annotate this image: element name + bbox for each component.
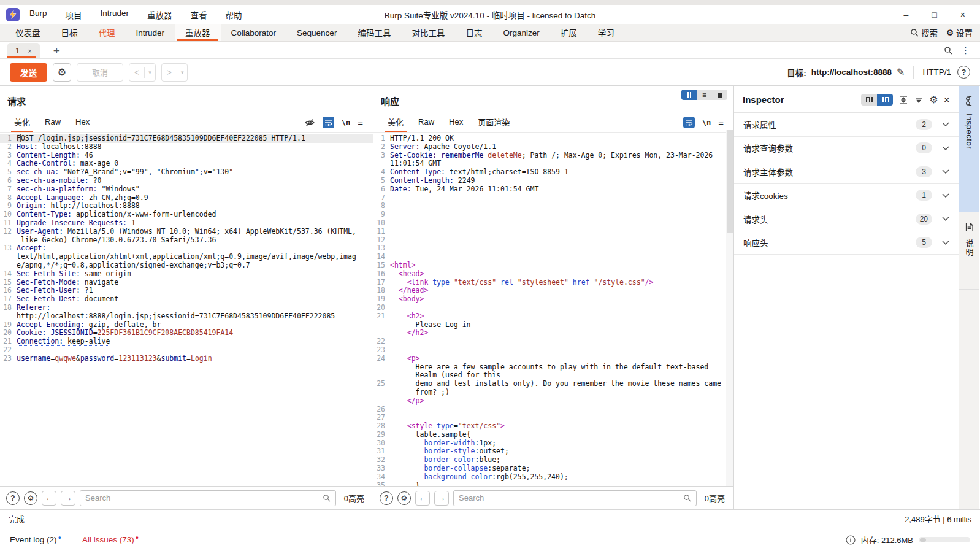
chevron-down-icon[interactable] [942, 217, 949, 221]
editor-line[interactable]: </h2> [373, 329, 733, 337]
editor-line[interactable]: 10 [373, 219, 733, 228]
inspector-section-请求查询参数[interactable]: 请求查询参数0 [734, 137, 959, 161]
history-back-button[interactable]: <▾ [129, 63, 156, 82]
editor-line[interactable]: 17Sec-Fetch-Dest: document [0, 295, 373, 304]
all-issues-link[interactable]: All issues (73)● [82, 535, 139, 544]
inspector-section-请求头[interactable]: 请求头20 [734, 207, 959, 231]
editor-line[interactable]: 12User-Agent: Mozilla/5.0 (Windows NT 10… [0, 228, 373, 236]
editor-line[interactable]: 16Sec-Fetch-User: ?1 [0, 287, 373, 295]
main-tab-对比工具[interactable]: 对比工具 [401, 24, 455, 41]
layout-columns-button[interactable] [681, 90, 697, 100]
editor-line[interactable]: Here are a few sample accounts to play w… [373, 363, 733, 372]
editor-line[interactable]: 15<html> [373, 261, 733, 270]
send-button[interactable]: 发送 [10, 63, 47, 82]
side-tab-inspector[interactable]: Inspector [959, 86, 979, 212]
search-next-button[interactable]: → [61, 491, 75, 506]
editor-line[interactable]: 9Origin: http://localhost:8888 [0, 202, 373, 210]
main-tab-日志[interactable]: 日志 [455, 24, 492, 41]
response-tab-美化[interactable]: 美化 [381, 113, 410, 132]
cancel-button[interactable]: 取消 [77, 63, 123, 82]
inspector-section-请求主体参数[interactable]: 请求主体参数3 [734, 160, 959, 184]
editor-line[interactable]: 1POST /login.jsp;jsessionid=731C7E68D458… [0, 134, 373, 143]
editor-line[interactable]: 6Date: Tue, 24 Mar 2026 11:01:54 GMT [373, 185, 733, 194]
editor-line[interactable]: like Gecko) Chrome/130.0.6723.70 Safari/… [0, 236, 373, 245]
editor-line[interactable]: 3Set-Cookie: rememberMe=deleteMe; Path=/… [373, 152, 733, 160]
search-settings-icon[interactable]: ⚙ [24, 491, 37, 505]
editor-line[interactable]: 30 border-width:1px; [373, 439, 733, 448]
menu-项目[interactable]: 项目 [66, 9, 82, 21]
editor-line[interactable]: </p> [373, 397, 733, 406]
editor-line[interactable]: 14Sec-Fetch-Site: same-origin [0, 270, 373, 279]
editor-line[interactable]: 4Cache-Control: max-age=0 [0, 160, 373, 168]
editor-line[interactable]: 22 [0, 346, 373, 355]
editor-line[interactable]: 24 <p> [373, 355, 733, 363]
editor-line[interactable]: 25 demo and test installs only). Do you … [373, 380, 733, 388]
menu-重放器[interactable]: 重放器 [147, 9, 172, 21]
response-tab-页面渲染[interactable]: 页面渲染 [471, 113, 516, 132]
request-editor[interactable]: 1POST /login.jsp;jsessionid=731C7E68D458… [0, 132, 373, 486]
editor-menu-icon[interactable]: ≡ [718, 117, 724, 128]
editor-line[interactable]: 21 <h2> [373, 312, 733, 321]
response-tab-Hex[interactable]: Hex [442, 114, 470, 131]
search-settings-icon[interactable]: ⚙ [397, 491, 411, 505]
edit-target-icon[interactable]: ✎ [897, 66, 905, 78]
inspector-section-请求属性[interactable]: 请求属性2 [734, 113, 959, 137]
editor-line[interactable]: 19 <body> [373, 295, 733, 304]
scrollbar-thumb[interactable] [727, 130, 733, 233]
editor-line[interactable]: 18 </head> [373, 287, 733, 295]
main-tab-Collaborator[interactable]: Collaborator [221, 24, 287, 41]
editor-line[interactable]: 16 <head> [373, 270, 733, 279]
protocol-selector[interactable]: HTTP/1 [922, 67, 951, 77]
editor-line[interactable]: Please Log in [373, 321, 733, 329]
newline-toggle-icon[interactable]: \n [342, 118, 350, 127]
inspector-dock-right-button[interactable] [877, 94, 893, 106]
search-help-icon[interactable]: ? [380, 491, 393, 505]
inspector-close-icon[interactable]: × [943, 94, 950, 106]
search-help-icon[interactable]: ? [6, 491, 20, 505]
request-tab-Raw[interactable]: Raw [38, 114, 67, 131]
editor-line[interactable]: 28 <style type="text/css"> [373, 422, 733, 431]
chevron-down-icon[interactable] [942, 146, 949, 150]
editor-line[interactable]: 13 [373, 244, 733, 253]
add-tab-button[interactable]: + [50, 43, 64, 58]
editor-line[interactable]: 19Accept-Encoding: gzip, deflate, br [0, 321, 373, 329]
newline-toggle-icon[interactable]: \n [702, 118, 711, 127]
main-tab-Intruder[interactable]: Intruder [126, 24, 175, 41]
editor-line[interactable]: 6sec-ch-ua-mobile: ?0 [0, 177, 373, 185]
maximize-button[interactable]: □ [932, 10, 936, 20]
side-tab-notes[interactable]: 说明 [959, 212, 979, 290]
inspector-section-响应头[interactable]: 响应头5 [734, 231, 959, 255]
editor-line[interactable]: 34 background-color:rgb(255,255,240); [373, 473, 733, 482]
word-wrap-icon[interactable] [323, 117, 334, 128]
editor-line[interactable]: 18Referer: [0, 304, 373, 312]
inspector-dock-left-button[interactable] [861, 94, 877, 106]
send-settings-button[interactable]: ⚙ [53, 63, 71, 82]
editor-line[interactable]: 21Connection: keep-alive [0, 337, 373, 346]
editor-line[interactable]: 5Content-Length: 2249 [373, 177, 733, 185]
main-tab-学习[interactable]: 学习 [588, 24, 625, 41]
expand-all-icon[interactable] [898, 95, 908, 105]
editor-line[interactable]: 11Upgrade-Insecure-Requests: 1 [0, 219, 373, 228]
close-button[interactable]: × [960, 10, 965, 20]
repeater-tab-1[interactable]: 1 × [7, 43, 40, 58]
main-tab-重放器[interactable]: 重放器 [175, 24, 221, 41]
editor-line[interactable]: 8Accept-Language: zh-CN,zh;q=0.9 [0, 194, 373, 202]
editor-line[interactable]: 29 table.sample{ [373, 431, 733, 439]
editor-line[interactable]: 4Content-Type: text/html;charset=ISO-885… [373, 168, 733, 177]
editor-line[interactable]: from? ;) [373, 388, 733, 397]
editor-line[interactable]: 1HTTP/1.1 200 OK [373, 134, 733, 143]
main-tab-Sequencer[interactable]: Sequencer [286, 24, 347, 41]
main-tab-编码工具[interactable]: 编码工具 [347, 24, 401, 41]
editor-line[interactable]: 7sec-ch-ua-platform: "Windows" [0, 185, 373, 194]
editor-line[interactable]: 8 [373, 202, 733, 210]
editor-line[interactable]: 5sec-ch-ua: "Not?A_Brand";v="99", "Chrom… [0, 168, 373, 177]
editor-line[interactable]: 32 border-color:blue; [373, 456, 733, 464]
editor-line[interactable]: 17 <link type="text/css" rel="stylesheet… [373, 279, 733, 287]
editor-line[interactable]: 13Accept: [0, 244, 373, 253]
main-tab-Organizer[interactable]: Organizer [492, 24, 549, 41]
main-tab-仪表盘[interactable]: 仪表盘 [5, 24, 51, 41]
response-editor[interactable]: 1HTTP/1.1 200 OK2Server: Apache-Coyote/1… [373, 132, 733, 486]
editor-line[interactable]: 23username=qwqwe&password=123113123&subm… [0, 355, 373, 363]
search-prev-button[interactable]: ← [42, 491, 56, 506]
menu-查看[interactable]: 查看 [191, 9, 207, 21]
